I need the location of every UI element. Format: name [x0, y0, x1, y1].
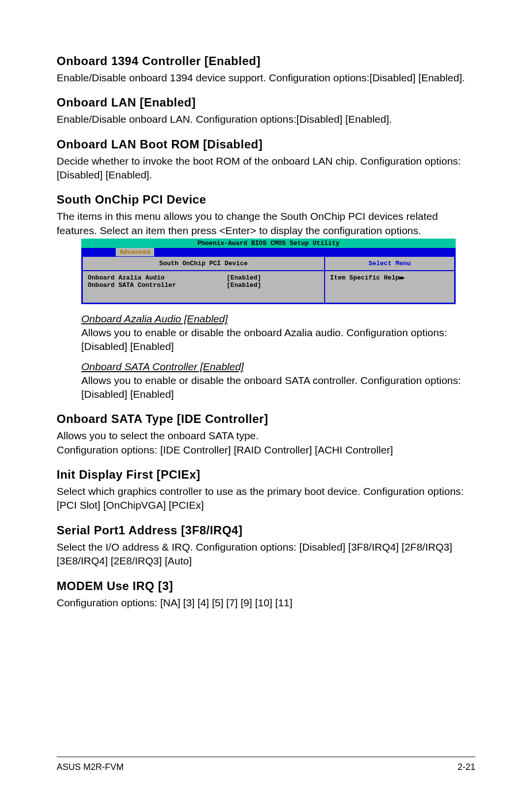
heading-serial-port1: Serial Port1 Address [3F8/IRQ4] [57, 523, 475, 537]
bios-row-key: Onboard SATA Controller [88, 281, 227, 289]
heading-onboard-1394: Onboard 1394 Controller [Enabled] [57, 54, 475, 68]
bios-tab-advanced: Advanced [116, 248, 154, 256]
subheading-sata-controller: Onboard SATA Controller [Enabled] [57, 361, 475, 373]
body-onboard-lan-boot-rom: Decide whether to invoke the boot ROM of… [57, 154, 475, 182]
body-serial-port1: Select the I/O address & IRQ. Configurat… [57, 540, 475, 568]
heading-onboard-lan: Onboard LAN [Enabled] [57, 96, 475, 109]
body-onboard-1394: Enable/Disable onboard 1394 device suppo… [57, 71, 475, 85]
double-arrow-icon: ▶▶ [399, 274, 403, 281]
footer-model: ASUS M2R-FVM [57, 762, 124, 772]
heading-onboard-lan-boot-rom: Onboard LAN Boot ROM [Disabled] [57, 138, 475, 151]
heading-init-display: Init Display First [PCIEx] [57, 468, 475, 482]
body-south-onchip: The items in this menu allows you to cha… [57, 209, 475, 238]
subheading-azalia: Onboard Azalia Audio [Enabled] [57, 313, 475, 325]
heading-south-onchip: South OnChip PCI Device [57, 193, 475, 207]
bios-right-header: Select Menu [325, 257, 454, 271]
bios-left-header: South OnChip PCI Device [83, 257, 324, 271]
bios-row: Onboard SATA Controller [Enabled] [88, 281, 319, 289]
body-init-display: Select which graphics controller to use … [57, 485, 475, 513]
bios-row-value: [Enabled] [227, 281, 319, 289]
heading-modem-irq: MODEM Use IRQ [3] [57, 579, 475, 593]
bios-screenshot: Phoenix-Award BIOS CMOS Setup Utility Ad… [81, 239, 456, 304]
bios-row-value: [Enabled] [227, 274, 319, 281]
subbody-sata-controller: Allows you to enable or disable the onbo… [57, 374, 475, 402]
subbody-azalia: Allows you to enable or disable the onbo… [57, 326, 475, 354]
heading-sata-type: Onboard SATA Type [IDE Controller] [57, 412, 475, 426]
body-sata-type: Allows you to select the onboard SATA ty… [57, 429, 475, 457]
bios-row: Onboard Azalia Audio [Enabled] [88, 274, 319, 281]
body-onboard-lan: Enable/Disable onboard LAN. Configuratio… [57, 112, 475, 126]
page-footer: ASUS M2R-FVM 2-21 [57, 757, 475, 772]
bios-help-label: Item Specific Help [330, 274, 399, 281]
bios-row-key: Onboard Azalia Audio [88, 274, 227, 281]
body-modem-irq: Configuration options: [NA] [3] [4] [5] … [57, 596, 475, 610]
bios-menubar: Advanced [81, 248, 456, 257]
footer-page-number: 2-21 [458, 762, 475, 772]
bios-title: Phoenix-Award BIOS CMOS Setup Utility [81, 239, 456, 248]
